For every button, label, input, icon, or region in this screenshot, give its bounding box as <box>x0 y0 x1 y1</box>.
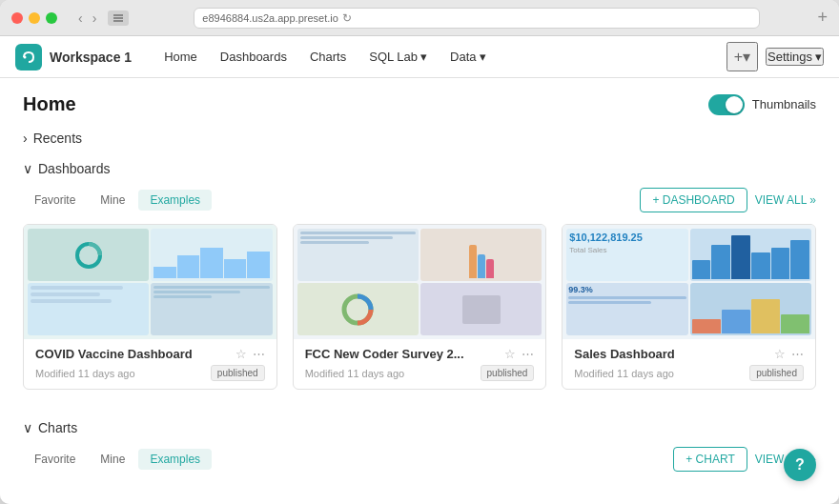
dashboard-card-1-thumb <box>24 225 276 339</box>
dashboards-tab-mine[interactable]: Mine <box>89 190 136 211</box>
charts-section: ∨ Charts Favorite Mine Examples + CHART … <box>0 413 839 483</box>
dashboard-card-2-modified: Modified 11 days ago <box>305 368 405 379</box>
nav-home[interactable]: Home <box>154 44 207 70</box>
dashboard-card-1-meta: Modified 11 days ago published <box>35 365 265 381</box>
charts-header[interactable]: ∨ Charts <box>23 413 816 443</box>
dashboards-actions: + DASHBOARD VIEW ALL » <box>640 188 816 212</box>
workspace-name: Workspace 1 <box>50 50 132 65</box>
dashboard-card-2-title: FCC New Coder Survey 2... <box>305 347 464 361</box>
help-button[interactable]: ? <box>784 449 816 481</box>
dashboard-card-2-footer: FCC New Coder Survey 2... ☆ ⋯ Modified 1… <box>294 339 546 389</box>
dashboard-card-3-title: Sales Dashboard <box>574 347 675 361</box>
dashboards-tab-favorite[interactable]: Favorite <box>23 190 87 211</box>
dashboard-card-3-thumb: $10,122,819.25 Total Sales <box>563 225 815 339</box>
back-button[interactable]: ‹ <box>74 9 87 28</box>
dashboard-card-3-footer: Sales Dashboard ☆ ⋯ Modified 11 days ago… <box>563 339 815 389</box>
close-button[interactable] <box>11 12 23 24</box>
dashboard-card-2-thumb <box>294 225 546 339</box>
dashboard-card-1[interactable]: COVID Vaccine Dashboard ☆ ⋯ Modified 11 … <box>23 224 277 390</box>
sqllab-dropdown-icon: ▾ <box>420 50 427 64</box>
dashboards-sub-tabs: Favorite Mine Examples <box>23 190 212 211</box>
thumbnails-label: Thumbnails <box>752 97 816 111</box>
dashboards-view-all[interactable]: VIEW ALL » <box>755 193 816 207</box>
nav-data[interactable]: Data ▾ <box>440 44 495 70</box>
maximize-button[interactable] <box>46 12 57 24</box>
page-header: Home Thumbnails <box>0 78 839 123</box>
recents-chevron: › <box>23 131 28 146</box>
recents-label: Recents <box>33 131 82 146</box>
add-dashboard-button[interactable]: + DASHBOARD <box>640 188 747 212</box>
dashboard-card-2-more[interactable]: ⋯ <box>522 347 534 361</box>
charts-tab-favorite[interactable]: Favorite <box>23 449 87 470</box>
page-title: Home <box>23 93 76 115</box>
svg-rect-1 <box>113 17 123 19</box>
dashboard-card-3-more[interactable]: ⋯ <box>791 347 804 361</box>
app-logo <box>15 44 42 71</box>
dashboard-card-1-badge: published <box>211 365 265 381</box>
dashboard-card-3-badge: published <box>749 365 804 381</box>
charts-tab-examples[interactable]: Examples <box>138 449 212 470</box>
minimize-button[interactable] <box>29 12 40 24</box>
browser-window: ‹ › e8946884.us2a.app.preset.io ↻ + Work… <box>0 0 839 504</box>
dashboard-card-3[interactable]: $10,122,819.25 Total Sales <box>562 224 816 390</box>
dashboards-section: ∨ Dashboards Favorite Mine Examples + DA… <box>0 153 839 405</box>
browser-nav-arrows: ‹ › <box>74 9 100 28</box>
add-button[interactable]: +▾ <box>726 42 758 71</box>
app-nav: Workspace 1 Home Dashboards Charts SQL L… <box>0 36 839 78</box>
forward-button[interactable]: › <box>89 9 101 28</box>
dashboard-card-1-footer: COVID Vaccine Dashboard ☆ ⋯ Modified 11 … <box>24 339 276 389</box>
dashboard-card-3-modified: Modified 11 days ago <box>574 368 674 379</box>
charts-chevron: ∨ <box>23 420 32 435</box>
dashboard-card-3-star[interactable]: ☆ <box>774 347 786 361</box>
data-dropdown-icon: ▾ <box>480 50 486 64</box>
dashboard-card-3-icons: ☆ ⋯ <box>774 347 804 361</box>
charts-tab-mine[interactable]: Mine <box>89 449 136 470</box>
dashboards-tabs-row: Favorite Mine Examples + DASHBOARD VIEW … <box>23 184 816 224</box>
dashboard-card-3-title-row: Sales Dashboard ☆ ⋯ <box>574 347 804 361</box>
help-icon: ? <box>795 456 805 474</box>
dashboard-card-1-title-row: COVID Vaccine Dashboard ☆ ⋯ <box>35 347 265 361</box>
dashboards-cards-grid: COVID Vaccine Dashboard ☆ ⋯ Modified 11 … <box>23 224 816 405</box>
nav-dashboards[interactable]: Dashboards <box>211 44 297 70</box>
dashboard-card-1-star[interactable]: ☆ <box>235 347 247 361</box>
new-tab-button[interactable]: + <box>817 8 828 28</box>
address-bar[interactable]: e8946884.us2a.app.preset.io ↻ <box>194 8 760 29</box>
main-nav: Home Dashboards Charts SQL Lab ▾ Data ▾ <box>154 44 495 70</box>
charts-label: Charts <box>38 420 77 435</box>
svg-point-3 <box>24 55 27 58</box>
dashboard-card-2-meta: Modified 11 days ago published <box>305 365 535 381</box>
nav-right: +▾ Settings ▾ <box>726 42 824 71</box>
dashboard-card-1-more[interactable]: ⋯ <box>253 347 265 361</box>
svg-rect-0 <box>113 14 123 16</box>
traffic-lights <box>11 12 57 24</box>
title-bar: ‹ › e8946884.us2a.app.preset.io ↻ + <box>0 0 839 36</box>
nav-sqllab[interactable]: SQL Lab ▾ <box>359 44 437 70</box>
svg-rect-2 <box>113 20 123 22</box>
recents-header[interactable]: › Recents <box>23 123 816 153</box>
window-control[interactable] <box>108 10 129 26</box>
dashboard-card-2-icons: ☆ ⋯ <box>504 347 534 361</box>
charts-sub-tabs: Favorite Mine Examples <box>23 449 212 470</box>
reload-button[interactable]: ↻ <box>342 11 352 25</box>
dashboards-chevron: ∨ <box>23 161 32 176</box>
dashboard-card-1-title: COVID Vaccine Dashboard <box>35 347 193 361</box>
dashboard-card-2-badge: published <box>481 365 535 381</box>
url-text: e8946884.us2a.app.preset.io <box>202 12 338 24</box>
thumbnails-switch[interactable] <box>708 94 745 115</box>
dashboard-card-2-star[interactable]: ☆ <box>504 347 516 361</box>
charts-tabs-row: Favorite Mine Examples + CHART VIEW ALL … <box>23 443 816 483</box>
dashboard-card-2-title-row: FCC New Coder Survey 2... ☆ ⋯ <box>305 347 535 361</box>
settings-button[interactable]: Settings ▾ <box>766 48 824 66</box>
dashboards-tab-examples[interactable]: Examples <box>138 190 212 211</box>
thumbnails-toggle[interactable]: Thumbnails <box>708 94 816 115</box>
add-chart-button[interactable]: + CHART <box>673 447 747 472</box>
dashboards-label: Dashboards <box>38 161 111 176</box>
dashboard-card-3-meta: Modified 11 days ago published <box>574 365 804 381</box>
dashboard-card-1-icons: ☆ ⋯ <box>235 347 265 361</box>
settings-dropdown-icon: ▾ <box>815 50 822 64</box>
nav-charts[interactable]: Charts <box>300 44 356 70</box>
recents-section: › Recents <box>0 123 839 153</box>
dashboards-header[interactable]: ∨ Dashboards <box>23 153 816 184</box>
dashboard-card-2[interactable]: FCC New Coder Survey 2... ☆ ⋯ Modified 1… <box>293 224 547 390</box>
toggle-knob <box>726 96 743 113</box>
